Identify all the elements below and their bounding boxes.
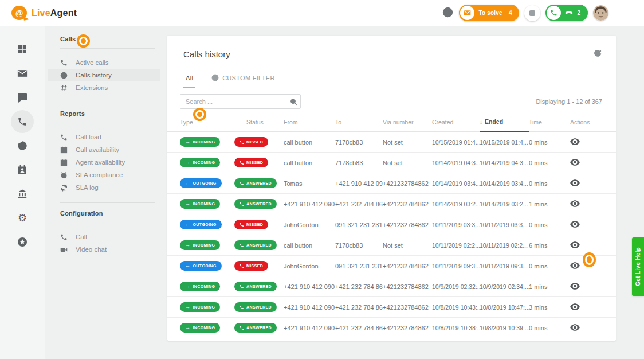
search-button[interactable] [286, 94, 301, 109]
eye-icon [570, 324, 580, 331]
cell-time: 0 mins [529, 180, 557, 187]
view-call-button[interactable] [570, 221, 580, 228]
phone-icon [239, 161, 244, 165]
cell-from: +421 910 412 090 [284, 304, 335, 311]
arrow-right-icon: → [185, 284, 190, 289]
table-row[interactable]: →INCOMING ANSWERED +421 910 412 090 +421… [167, 276, 616, 297]
column-header-to[interactable]: To [335, 116, 383, 131]
table-row[interactable]: →INCOMING ANSWERED +421 910 412 090 +421… [167, 318, 616, 338]
view-call-button[interactable] [570, 180, 580, 186]
eye-icon [570, 283, 580, 290]
sidebar-item-sla-compliance[interactable]: SLA compliance [60, 169, 155, 181]
refresh-button[interactable] [593, 49, 602, 58]
cell-via-number: +421232784862 [383, 180, 432, 187]
agent-status-button[interactable] [524, 5, 540, 21]
loop-icon [60, 184, 68, 192]
table-row[interactable]: →INCOMING ANSWERED call button 7178cb83 … [167, 235, 616, 256]
view-call-button[interactable] [570, 159, 580, 166]
sidebar-item-agent-availability[interactable]: Agent availability [60, 156, 155, 169]
view-call-button[interactable] [570, 138, 580, 145]
cell-from: JohnGordon [284, 263, 335, 270]
table-row[interactable]: ←OUTGOING MISSED JohnGordon 091 321 231 … [167, 214, 616, 235]
sidebar-item-call[interactable]: Call [60, 231, 155, 243]
cell-time: 6 mins [529, 242, 557, 249]
phone-icon [239, 202, 244, 206]
view-call-button[interactable] [570, 303, 580, 310]
column-header-status[interactable]: Status [234, 116, 284, 131]
cell-time: 1 mins [529, 283, 557, 290]
column-header-via-number[interactable]: Via number [383, 116, 432, 131]
cell-created: 10/14/2019 03:4... [432, 180, 480, 187]
search-input[interactable] [180, 94, 286, 109]
cell-created: 10/9/2019 02:32:... [432, 283, 480, 290]
eye-icon [570, 138, 580, 145]
cell-via-number: +421232784862 [383, 221, 432, 228]
logo-text: LiveAgent [32, 8, 77, 18]
arrow-right-icon: → [185, 243, 190, 248]
sidebar-item-video-chat[interactable]: Video chat [60, 243, 155, 256]
phone-icon [239, 264, 244, 268]
contacts-icon [17, 165, 28, 175]
table-row[interactable]: →INCOMING MISSED call button 7178cb83 No… [167, 153, 616, 173]
table-row[interactable]: →INCOMING ANSWERED +421 910 412 090 +421… [167, 194, 616, 214]
rail-item-contacts[interactable] [11, 158, 34, 181]
stop-icon [529, 10, 535, 16]
table-row[interactable]: →INCOMING MISSED call button 7178cb83 No… [167, 132, 616, 153]
column-header-actions[interactable]: Actions [557, 116, 602, 131]
cell-ended: 10/11/2019 09:3... [480, 263, 529, 270]
rail-item-calls[interactable] [11, 110, 34, 133]
column-header-ended[interactable]: ↓Ended [480, 116, 529, 132]
view-call-button[interactable] [570, 283, 580, 290]
phone-icon [60, 233, 68, 241]
plus-circle-icon [442, 7, 453, 18]
status-badge: ANSWERED [234, 240, 277, 250]
rail-item-tickets[interactable] [11, 62, 34, 85]
cell-via-number: +421232784862 [383, 283, 432, 290]
table-header: Type Status From To Via number Created ↓… [167, 112, 616, 132]
to-solve-button[interactable]: To solve 4 [459, 5, 519, 21]
tab-custom-filter[interactable]: CUSTOM FILTER [209, 71, 277, 88]
view-call-button[interactable] [570, 324, 580, 331]
sidebar-item-extensions[interactable]: Extensions [60, 81, 155, 94]
view-call-button[interactable] [570, 241, 580, 248]
tab-all[interactable]: All [183, 71, 195, 88]
rail-item-dashboard[interactable] [11, 38, 34, 61]
rail-item-settings[interactable]: ⚙ [11, 206, 34, 229]
arrow-left-icon: ← [185, 222, 190, 227]
sidebar-item-sla-log[interactable]: SLA log [60, 181, 155, 194]
sidebar-item-call-load[interactable]: Call load [60, 131, 155, 143]
column-header-type[interactable]: Type [180, 116, 234, 131]
rail-item-chats[interactable] [11, 86, 34, 109]
add-new-button[interactable] [441, 7, 454, 19]
sidebar-item-call-availability[interactable]: Call availability [60, 143, 155, 156]
view-call-button[interactable] [570, 262, 580, 269]
status-badge: MISSED [234, 158, 268, 167]
liveagent-logo[interactable]: @ LiveAgent [11, 6, 77, 20]
avatar[interactable] [593, 5, 608, 21]
phone-icon [239, 181, 244, 186]
rail-item-automation[interactable] [11, 134, 34, 157]
table-body: →INCOMING MISSED call button 7178cb83 No… [167, 132, 616, 338]
cell-via-number: +421232784862 [383, 325, 432, 331]
view-call-button[interactable] [570, 200, 580, 207]
hash-icon [60, 84, 68, 92]
get-live-help-tab[interactable]: Get Live Help [632, 237, 644, 296]
rail-item-billing[interactable] [11, 182, 34, 205]
cell-time: 0 mins [529, 221, 557, 228]
sidebar-item-calls-history[interactable]: Calls history [48, 69, 160, 81]
sidebar-item-active-calls[interactable]: Active calls [60, 56, 155, 69]
cell-ended: 10/8/2019 10:47:... [480, 304, 529, 311]
table-row[interactable]: →INCOMING ANSWERED +421 910 412 090 +421… [167, 297, 616, 318]
rail-item-gamification[interactable] [11, 231, 34, 253]
table-row[interactable]: ←OUTGOING ANSWERED Tomas +421 910 412 09… [167, 173, 616, 194]
arrow-right-icon: → [185, 160, 190, 165]
column-header-from[interactable]: From [284, 116, 335, 131]
column-header-time[interactable]: Time [529, 116, 557, 131]
divider [60, 123, 155, 123]
phone-icon [60, 134, 68, 141]
table-row[interactable]: ←OUTGOING MISSED JohnGordon 091 321 231 … [167, 256, 616, 276]
arrow-right-icon: → [185, 201, 190, 206]
status-badge: ANSWERED [234, 282, 277, 291]
calls-status-button[interactable]: 2 [545, 5, 588, 21]
column-header-created[interactable]: Created [432, 116, 480, 131]
